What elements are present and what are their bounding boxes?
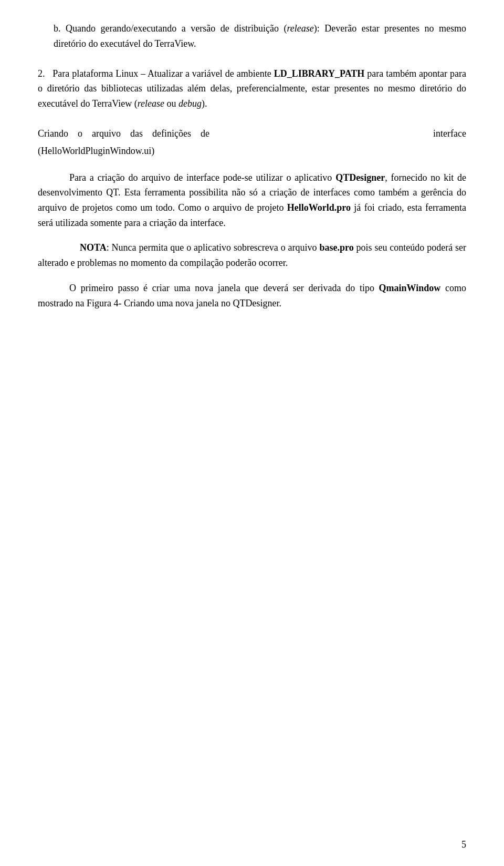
section-b: b. Quando gerando/executando a versão de… xyxy=(38,21,466,51)
heading-second-line: (HelloWorldPluginWindow.ui) xyxy=(38,143,466,159)
page-number: 5 xyxy=(461,839,466,850)
qmainwindow-bold: QmainWindow xyxy=(379,283,441,293)
para2-text1: O primeiro passo é criar uma nova janela… xyxy=(69,283,379,293)
ld-library-path-bold: LD_LIBRARY_PATH xyxy=(274,68,365,79)
section-b-text: b. Quando gerando/executando a versão de… xyxy=(54,21,466,51)
helloworld-pro-bold: HelloWorld.pro xyxy=(287,202,351,213)
para2-block: O primeiro passo é criar uma nova janela… xyxy=(38,281,466,311)
release-debug-italic: release xyxy=(138,98,164,109)
release-italic: release xyxy=(287,23,314,34)
heading-prefix: Criando o arquivo das definições de xyxy=(38,126,429,141)
section-2-number: 2. xyxy=(38,68,45,79)
para1-block: Para a criação do arquivo de interface p… xyxy=(38,170,466,231)
section-b-label: b. xyxy=(54,23,61,34)
para1-text1: Para a criação do arquivo de interface p… xyxy=(69,172,335,183)
section-2-text: 2. Para plataforma Linux – Atualizar a v… xyxy=(38,66,466,111)
section-2: 2. Para plataforma Linux – Atualizar a v… xyxy=(38,66,466,111)
heading-suffix: interface xyxy=(433,126,466,141)
debug-italic: debug xyxy=(178,98,202,109)
note-block: NOTA: Nunca permita que o aplicativo sob… xyxy=(38,240,466,271)
nota-label: NOTA xyxy=(80,242,107,253)
base-pro-bold: base.pro xyxy=(319,242,353,253)
section-b-content: Quando gerando/executando a versão de di… xyxy=(54,23,466,49)
section-2-content: Para plataforma Linux – Atualizar a vari… xyxy=(38,68,466,109)
heading-second-line-text: (HelloWorldPluginWindow.ui) xyxy=(38,146,154,156)
page-container: b. Quando gerando/executando a versão de… xyxy=(0,0,504,866)
nota-text1: Nunca permita que o aplicativo sobrescre… xyxy=(109,242,320,253)
qtdesigner-bold: QTDesigner xyxy=(335,172,385,183)
section-heading-row: Criando o arquivo das definições de inte… xyxy=(38,126,466,141)
